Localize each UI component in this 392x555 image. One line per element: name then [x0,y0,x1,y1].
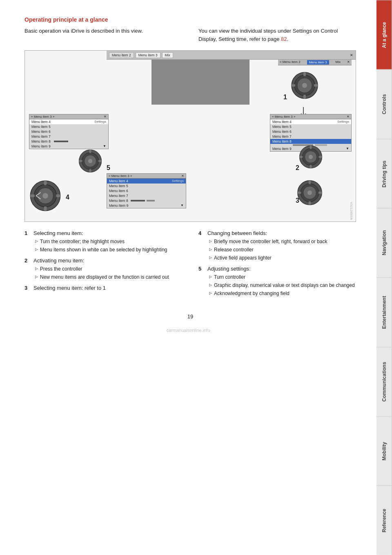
svg-point-19 [309,155,313,159]
step-3-label: 3 [296,197,299,204]
diagram-image-area [151,60,249,105]
menu-panel-bottom-center: « Menu item 3 » ✕ Menu item 4Settings Me… [107,173,186,208]
instruction-5-sub-1: Turn controller [209,273,356,281]
menu-tab-mix: Mix [162,52,173,58]
menu-panel-rt-title: « Menu item 2 Menu item 3 Mix ✕ [278,60,352,65]
svg-rect-38 [298,192,301,194]
instruction-1-title: Selecting menu item: [33,230,182,236]
intro-left: Basic operation via iDrive is described … [24,27,182,43]
step-2-label: 2 [296,164,299,172]
instruction-1-sublist: Turn the controller; the highlight moves… [35,238,182,253]
menu-panel-left-5: « Menu item 3 » ✕ Menu item 4Settings Me… [29,114,109,149]
step-4-label: 4 [66,194,69,201]
sidebar-tab-entertainment[interactable]: Entertainment [376,278,392,347]
instruction-4-title: Changing between fields: [207,230,356,236]
instruction-4-sub-3: Active field appears lighter [209,254,356,262]
instruction-2-content: Activating menu item: Press the controll… [33,257,182,282]
intro-right: You can view the individual steps under … [198,27,356,43]
instruction-2: 2 Activating menu item: Press the contro… [24,257,182,282]
instruction-1-sub-2: Menu items shown in white can be selecte… [35,246,182,253]
svg-rect-28 [44,181,47,185]
instruction-5-sublist: Turn controller Graphic display, numeric… [209,273,356,297]
section-title: Operating principle at a glance [24,16,356,23]
svg-rect-12 [89,150,91,153]
instruction-2-sub-1: Press the controller [35,265,182,273]
svg-rect-30 [30,195,34,197]
close-icon: ✕ [350,53,353,57]
instruction-2-num: 2 [24,257,30,264]
instruction-4-content: Changing between fields: Briefly move th… [207,230,356,262]
svg-rect-5 [303,95,306,98]
sidebar-tab-mobility[interactable]: Mobility [376,416,392,486]
site-watermark: carmanualsonline.info [166,328,210,333]
svg-point-3 [302,83,307,88]
page-link[interactable]: 82 [281,36,287,42]
sidebar-tab-controls[interactable]: Controls [376,69,392,139]
step-1-label: 1 [283,94,287,101]
svg-rect-29 [44,206,47,210]
instruction-1-sub-1: Turn the controller; the highlight moves [35,238,182,245]
instructions-right-col: 4 Changing between fields: Briefly move … [198,230,356,301]
menu-panel-right-top: « Menu item 2 Menu item 3 Mix ✕ [278,60,352,65]
instruction-4-sub-2: Release controller [209,246,356,253]
main-content: Operating principle at a glance Basic op… [0,0,376,336]
instruction-2-title: Activating menu item: [33,257,182,264]
svg-rect-31 [56,195,60,197]
controller-knob-3 [296,179,323,206]
svg-rect-22 [300,156,303,158]
svg-rect-7 [314,84,318,87]
instruction-3-content: Selecting menu item: refer to 1 [33,285,182,293]
instructions-left-col: 1 Selecting menu item: Turn the controll… [24,230,182,301]
sidebar-tab-reference[interactable]: Reference [376,486,392,555]
instruction-5-sub-3: Acknowledgment by changing field [209,290,356,297]
top-menu-bar: Menu item 2 Menu item 3 Mix ✕ [107,51,356,60]
svg-point-27 [42,193,48,199]
instruction-5-sub-2: Graphic display, numerical value or text… [209,282,356,289]
sidebar: At a glance Controls Driving tips Naviga… [376,0,392,555]
controller-knob-1 [290,71,319,100]
controller-knob-4-left [29,179,62,212]
instruction-4-sub-1: Briefly move the controller left, right,… [209,238,356,245]
instruction-5-num: 5 [198,266,204,272]
sidebar-tab-driving-tips[interactable]: Driving tips [376,139,392,208]
sidebar-tab-communications[interactable]: Communications [376,347,392,416]
svg-point-11 [88,159,92,163]
intro-columns: Basic operation via iDrive is described … [24,27,356,43]
instruction-5-title: Adjusting settings: [207,266,356,272]
instruction-4-num: 4 [198,230,204,236]
svg-rect-4 [303,72,306,76]
instruction-3-num: 3 [24,285,30,291]
instructions-section: 1 Selecting menu item: Turn the controll… [24,230,356,301]
sidebar-tab-navigation[interactable]: Navigation [376,208,392,278]
instruction-3-title: Selecting menu item: refer to 1 [33,285,182,291]
svg-rect-21 [310,165,312,168]
svg-rect-15 [98,160,102,162]
menu-tab-item2: Menu item 2 [109,52,134,58]
instruction-5: 5 Adjusting settings: Turn controller Gr… [198,266,356,298]
svg-rect-6 [292,84,295,87]
svg-rect-14 [79,160,82,162]
svg-rect-36 [309,181,311,184]
instruction-1-num: 1 [24,230,30,236]
diagram-container: Menu item 2 Menu item 3 Mix ✕ 1 [24,50,356,222]
diagram-watermark: V3212850/A [350,202,353,220]
instruction-4-sublist: Briefly move the controller left, right,… [209,238,356,262]
instruction-2-sub-2: New menu items are displayed or the func… [35,273,182,281]
instruction-1-content: Selecting menu item: Turn the controller… [33,230,182,254]
menu-tab-item3: Menu item 3 [136,52,160,58]
instruction-2-sublist: Press the controller New menu items are … [35,265,182,281]
svg-rect-13 [89,169,91,172]
page-number: 19 [24,313,356,320]
step-5-label: 5 [107,164,110,172]
instruction-3: 3 Selecting menu item: refer to 1 [24,285,182,293]
instruction-4: 4 Changing between fields: Briefly move … [198,230,356,262]
svg-point-35 [307,190,312,195]
controller-knob-2 [298,145,323,169]
instruction-1: 1 Selecting menu item: Turn the controll… [24,230,182,254]
svg-rect-39 [318,192,322,194]
instruction-5-content: Adjusting settings: Turn controller Grap… [207,266,356,298]
controller-knob-5 [78,149,102,173]
svg-rect-37 [309,201,311,205]
sidebar-tab-at-a-glance[interactable]: At a glance [376,0,392,69]
svg-rect-20 [310,146,312,149]
